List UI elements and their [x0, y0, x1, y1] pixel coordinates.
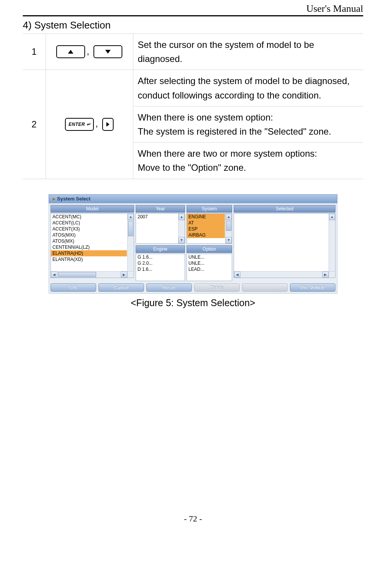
scroll-corner [329, 271, 335, 278]
figure-caption: <Figure 5: System Selection> [49, 297, 337, 308]
list-item[interactable]: ELANTRA(HD) [51, 250, 127, 256]
triangle-up-icon [68, 50, 73, 54]
scrollbar-vertical[interactable]: ▲ ▼ [178, 214, 185, 243]
list-item[interactable]: ACCENT(MC) [51, 214, 127, 220]
list-item[interactable]: ACCENT(LC) [51, 220, 127, 226]
scroll-down-icon[interactable]: ▼ [179, 237, 185, 243]
engine-listbox[interactable]: G 1.6... G 2.0... D 1.6... [136, 254, 185, 281]
selected-listbox[interactable]: ▲ ▼ ◀ ▶ [234, 213, 335, 278]
year-header: Year [136, 205, 185, 213]
enter-key: ENTER ↵ [65, 118, 94, 131]
selected-header: Selected [234, 205, 335, 213]
engine-header: Engine [136, 245, 185, 253]
scroll-right-icon[interactable]: ▶ [322, 272, 329, 278]
enter-key-label: ENTER ↵ [69, 122, 91, 127]
option-listbox[interactable]: UNLE... UNLE... LEAD... [187, 254, 232, 281]
scroll-up-icon[interactable]: ▲ [128, 214, 134, 220]
list-item[interactable]: CENTENNIAL(LZ) [51, 244, 127, 250]
scroll-down-icon[interactable]: ▼ [226, 237, 232, 243]
list-item[interactable]: 2007 [136, 214, 178, 220]
model-header: Model [51, 205, 134, 213]
model-items: ACCENT(MC) ACCENT(LC) ACCENT(X3) ATOS(MX… [51, 214, 134, 269]
down-key [93, 45, 122, 58]
option-header: Option [187, 245, 232, 253]
scrollbar-horizontal[interactable]: ◀ ▶ [51, 271, 127, 278]
reset-button[interactable]: Reset [146, 283, 192, 292]
ok-button[interactable]: O K [51, 283, 96, 292]
section-title: 4) System Selection [23, 19, 363, 31]
scroll-right-icon[interactable]: ▶ [121, 272, 127, 278]
instruction-table: 1 , Set the cursor on the system of mode… [23, 33, 363, 179]
list-item[interactable]: ACCENT(X3) [51, 226, 127, 232]
row-number: 1 [23, 34, 46, 70]
cancel-button[interactable]: Cancel [98, 283, 144, 292]
scrollbar-horizontal[interactable]: ◀ ▶ [234, 271, 329, 278]
list-item[interactable]: LEAD... [187, 266, 225, 272]
list-item[interactable]: ATOS(MXI) [51, 232, 127, 238]
header-rule [23, 15, 363, 16]
doc-header: User's Manual [23, 0, 363, 15]
page-number: - 72 - [23, 514, 363, 524]
list-item[interactable]: ELANTRA(XD) [51, 256, 127, 262]
row-buttons: , [46, 34, 133, 70]
list-item[interactable]: ATOS(MX) [51, 238, 127, 244]
scroll-up-icon[interactable]: ▲ [226, 214, 232, 220]
row-number: 2 [23, 70, 46, 179]
blank-button [242, 283, 288, 292]
triangle-down-icon [105, 50, 111, 54]
list-item[interactable]: G 1.6... [136, 254, 178, 260]
list-item[interactable]: AT [187, 220, 225, 226]
up-key [56, 45, 85, 58]
system-listbox[interactable]: ENGINE AT ESP AIRBAG ▲ ▼ [187, 213, 232, 244]
row-desc: When there are two or more system option… [133, 143, 363, 179]
scrollbar-vertical[interactable]: ▲ ▼ [329, 214, 335, 278]
scroll-thumb[interactable] [128, 221, 133, 236]
row-buttons: ENTER ↵, [46, 70, 133, 179]
triangle-right-icon [106, 122, 109, 127]
list-item[interactable]: D 1.6... [136, 266, 178, 272]
scroll-left-icon[interactable]: ◀ [234, 272, 240, 278]
panel-title: System Select [49, 194, 337, 203]
scroll-up-icon[interactable]: ▲ [179, 214, 185, 220]
list-item[interactable]: UNLE... [187, 254, 225, 260]
row-desc: After selecting the system of model to b… [133, 70, 363, 106]
scrollbar-vertical[interactable]: ▲ ▼ [127, 214, 134, 278]
list-item[interactable]: G 2.0... [136, 260, 178, 266]
system-select-screenshot: System Select Model ACCENT(MC) ACCENT(LC… [49, 194, 337, 294]
scroll-left-icon[interactable]: ◀ [51, 272, 57, 278]
system-header: System [187, 205, 232, 213]
year-listbox[interactable]: 2007 ▲ ▼ [136, 213, 185, 244]
list-item[interactable]: ENGINE [187, 214, 225, 220]
scroll-up-icon[interactable]: ▲ [329, 214, 335, 220]
model-listbox[interactable]: ACCENT(MC) ACCENT(LC) ACCENT(X3) ATOS(MX… [51, 213, 134, 278]
right-key [102, 118, 114, 131]
row-desc: Set the cursor on the system of model to… [133, 34, 363, 70]
row-desc: When there is one system option: The sys… [133, 106, 363, 142]
scrollbar-vertical[interactable]: ▲ ▼ [225, 214, 232, 243]
scroll-thumb[interactable] [58, 272, 96, 277]
scroll-thumb[interactable] [226, 221, 231, 231]
list-item[interactable]: AIRBAG [187, 232, 225, 238]
list-item[interactable]: UNLE... [187, 260, 225, 266]
list-item[interactable]: ESP [187, 226, 225, 232]
pre-vehicle-button[interactable]: Pre. Vehicle [290, 283, 335, 292]
delete-button[interactable]: Delete [194, 283, 240, 292]
scroll-corner [127, 271, 134, 278]
